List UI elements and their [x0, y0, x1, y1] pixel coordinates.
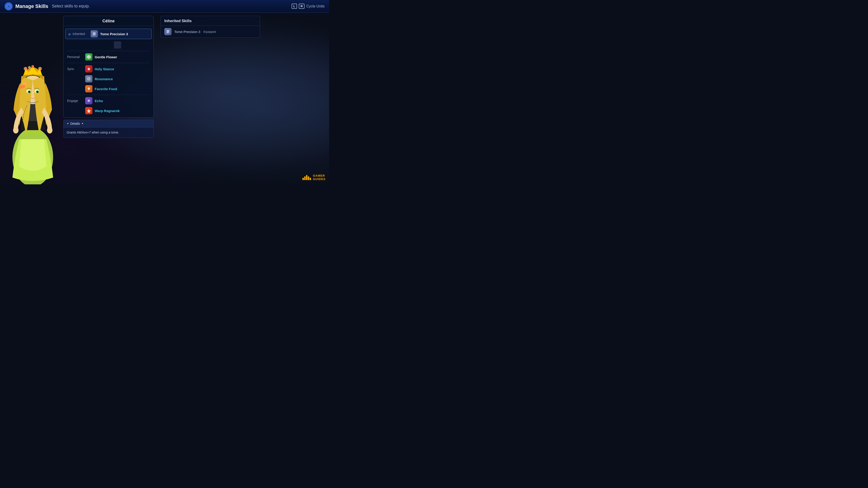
selection-arrows: » [68, 31, 71, 37]
svg-point-7 [38, 67, 42, 70]
echo-row[interactable]: Engage Echo [64, 96, 153, 106]
svg-point-25 [88, 55, 90, 57]
svg-rect-39 [167, 31, 169, 32]
bar-4 [308, 176, 309, 180]
holy-stance-name: Holy Stance [95, 67, 114, 71]
gg-bars-icon [303, 175, 311, 180]
gg-text: GAMER GUIDES [313, 174, 326, 181]
character-portrait-area [0, 13, 66, 184]
details-description: Grants Hit/Avo+7 when using a tome. [64, 127, 153, 138]
svg-point-3 [31, 65, 34, 68]
inherited-skill-name: Tome Precision 3 [100, 32, 128, 36]
app-icon: ⚔ [4, 2, 13, 10]
svg-point-6 [24, 67, 27, 70]
svg-marker-36 [87, 109, 91, 113]
personal-category-label: Personal [67, 55, 85, 59]
resonance-name: Resonance [95, 77, 113, 81]
resonance-icon [85, 75, 92, 83]
details-diamond-right: ✦ [81, 122, 84, 125]
details-header: ✦ Details ✦ [64, 120, 153, 127]
warp-ragnarok-row[interactable]: Warp Ragnarok [64, 106, 153, 116]
inherited-category-label: Inherited [72, 32, 91, 36]
divider-2 [67, 63, 150, 63]
inherited-skills-panel: Inherited Skills Tome Precision 3 Equipp… [160, 16, 260, 38]
bar-5 [310, 178, 311, 180]
r-button-badge: R [299, 4, 305, 9]
tome-precision-icon [91, 30, 98, 37]
equipped-badge: Equipped [204, 30, 216, 33]
character-svg [1, 31, 64, 184]
details-panel: ✦ Details ✦ Grants Hit/Avo+7 when using … [63, 120, 154, 138]
svg-point-5 [36, 70, 38, 72]
favorite-food-row[interactable]: Favorite Food [64, 84, 153, 94]
svg-rect-35 [88, 100, 90, 101]
l-button-badge: L [291, 4, 297, 9]
personal-row[interactable]: Personal Gentle Flower [64, 52, 153, 62]
inherited-skill-icon [164, 28, 172, 35]
resonance-row[interactable]: Resonance [64, 74, 153, 84]
bar-2 [304, 176, 306, 180]
svg-rect-22 [93, 34, 95, 34]
inherited-skill-name: Tome Precision 3 [174, 30, 200, 34]
svg-point-4 [27, 70, 29, 72]
inherited-row[interactable]: » Inherited Tome Precision 3 [65, 29, 152, 39]
svg-rect-23 [93, 35, 95, 35]
svg-point-13 [29, 91, 30, 93]
favorite-food-icon [85, 85, 92, 92]
skills-list: » Inherited Tome Precision 3 Personal Ge… [64, 26, 153, 118]
panel-character-name: Céline [64, 16, 153, 26]
page-title: Manage Skills [16, 3, 49, 9]
inherited-skills-title: Inherited Skills [161, 16, 260, 26]
svg-marker-31 [87, 67, 91, 71]
cycle-label: Cycle Units [306, 4, 324, 8]
page-subtitle: Select skills to equip. [52, 4, 90, 8]
gamer-guides-logo: GAMER GUIDES [303, 174, 326, 181]
divider-1 [67, 51, 150, 51]
divider-3 [67, 95, 150, 95]
svg-point-18 [13, 127, 19, 133]
favorite-food-name: Favorite Food [95, 87, 117, 91]
svg-point-8 [28, 66, 31, 69]
svg-point-14 [37, 91, 38, 93]
details-diamond-left: ✦ [67, 122, 69, 125]
sync-category-label: Sync [67, 67, 85, 71]
svg-rect-38 [167, 31, 169, 31]
echo-icon [85, 97, 92, 104]
empty-slot [114, 41, 121, 48]
gg-line-1: GAMER [313, 174, 326, 177]
inherited-skill-item: Tome Precision 3 Equipped [161, 26, 260, 37]
engage-category-label: Engage [67, 99, 85, 103]
gg-line-2: GUIDES [313, 177, 326, 181]
echo-name: Echo [95, 99, 103, 103]
svg-rect-21 [93, 33, 95, 33]
holy-stance-row[interactable]: Sync Holy Stance [64, 64, 153, 74]
warp-ragnarok-name: Warp Ragnarok [95, 109, 120, 113]
gentle-flower-icon [85, 53, 92, 61]
svg-rect-40 [167, 32, 168, 33]
cycle-controls: L R Cycle Units [291, 4, 324, 9]
svg-point-28 [88, 57, 90, 59]
bar-1 [303, 178, 304, 180]
warp-ragnarok-icon [85, 107, 92, 114]
empty-slot-row [64, 40, 153, 50]
svg-point-19 [47, 127, 53, 133]
top-bar: ⚔ Manage Skills Select skills to equip. … [0, 0, 329, 13]
gentle-flower-name: Gentle Flower [95, 55, 117, 59]
holy-stance-icon [85, 65, 92, 72]
svg-point-15 [32, 94, 33, 95]
skill-panel: Céline » Inherited Tome Precision 3 Pers… [63, 16, 154, 118]
bar-3 [306, 175, 307, 180]
details-title: Details [70, 122, 80, 125]
